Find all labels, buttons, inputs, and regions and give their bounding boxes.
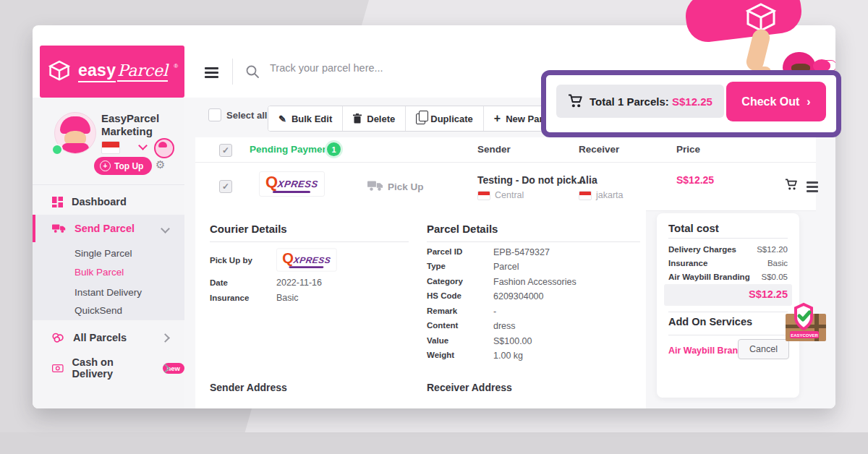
search-input[interactable] [268,61,488,74]
cart-icon [568,94,583,108]
bulk-edit-button[interactable]: ✎ Bulk Edit [268,106,342,131]
list-header: ✓ Pending Payment 1 Sender Receiver Pric… [195,137,816,163]
date-label: Date [210,278,276,287]
chevron-right-icon [161,333,170,343]
sidebar-item-instant-delivery[interactable]: Instant Delivery [33,283,184,301]
bulk-actions-toolbar: ✎ Bulk Edit Delete Duplicate + New Parce… [268,106,567,132]
support-mascot-icon[interactable] [154,138,174,158]
qxpress-courier-logo: QXPRESS [276,248,337,271]
column-header-receiver: Receiver [579,144,619,155]
insurance-label: Insurance [210,294,276,302]
truck-icon [52,223,66,234]
topbar-divider [232,59,233,85]
parcel-detail-panel: Courier Details Pick Up by QXPRESS Date … [195,210,646,408]
sidebar-item-bulk-parcel[interactable]: Bulk Parcel [33,262,184,281]
row-checkbox[interactable]: ✓ [219,180,232,193]
sidebar-item-all-parcels[interactable]: All Parcels [33,325,184,351]
sender-address-title: Sender Address [210,382,287,393]
indonesia-flag-icon [579,191,592,200]
total-cost-title: Total cost [668,222,719,234]
cart-summary-amount: S$12.25 [672,95,712,108]
add-on-services-title: Add On Services [668,316,752,327]
top-up-button[interactable]: + Top Up [94,157,152,175]
courier-details-section: Courier Details Pick Up by QXPRESS Date … [210,223,409,303]
duplicate-button[interactable]: Duplicate [405,106,483,131]
parcel-row[interactable]: ✓ QXPRESS Pick Up Testing - Do not pick.… [195,163,816,211]
receiver-name: Alia [579,174,597,186]
status-pending-payment[interactable]: Pending Payment [250,144,331,155]
check-out-button[interactable]: Check Out› [726,82,826,121]
profile-chevron-down-icon[interactable] [138,141,148,150]
sidebar-item-dashboard[interactable]: Dashboard [33,189,184,215]
checkout-highlight-box: Total 1 Parcels: S$12.25 Check Out› [541,70,841,137]
insurance-value: Basic [276,293,299,303]
coins-icon [52,333,64,343]
trash-icon [353,113,362,124]
online-status-dot [51,144,63,155]
parcel-details-title: Parcel Details [427,223,640,235]
delete-button[interactable]: Delete [342,106,405,131]
select-all-label: Select all [226,110,267,121]
banknote-icon [52,364,64,373]
pending-count-badge: 1 [327,142,341,156]
arrow-right-icon: › [807,95,810,108]
row-price: S$12.25 [676,174,714,186]
column-header-sender: Sender [477,144,511,155]
plus-icon: + [494,112,501,125]
cart-summary-text: Total 1 Parcels: S$12.25 [590,95,712,108]
cart-icon[interactable] [785,179,798,194]
receiver-area: jakarta [579,190,624,200]
pickup-label: Pick Up [388,181,424,192]
cube-logo-icon [46,59,72,84]
courier-details-title: Courier Details [210,223,409,235]
pencil-icon: ✎ [278,113,286,124]
sidebar: EasyParcelMarketing + Top Up ⚙ Dashboard… [33,98,184,408]
content-area: Select all ✎ Bulk Edit Delete Duplicate … [184,98,835,408]
date-value: 2022-11-16 [276,278,322,288]
logo-text-parcel: Parcel [117,61,168,82]
cart-summary: Total 1 Parcels: S$12.25 [556,85,724,118]
easyparcel-logo[interactable]: easy Parcel ® [40,46,184,98]
pickup-truck-icon [367,180,383,194]
row-menu-icon[interactable] [807,181,818,192]
receiver-address-title: Receiver Address [427,382,512,393]
gear-icon[interactable]: ⚙ [156,158,165,171]
sidebar-item-send-parcel[interactable]: Send Parcel [33,215,184,241]
sidebar-item-cash-on-delivery[interactable]: Cash on Delivery new [33,355,184,381]
total-cost-panel: Total cost Delivery Charges S$12.20 Insu… [657,213,799,398]
select-all-checkbox[interactable] [208,108,221,121]
logo-registered-mark: ® [174,63,178,69]
qxpress-courier-logo: QXPRESS [259,171,325,197]
search-icon [245,64,260,82]
svg-text:EASYCOVER: EASYCOVER [791,333,818,338]
duplicate-icon [416,113,425,124]
easycover-badge: EASYCOVER [781,302,829,347]
singapore-flag-icon [477,191,490,200]
chevron-down-icon [161,224,170,234]
menu-toggle-icon[interactable] [205,67,218,78]
sender-area: Central [477,190,524,200]
logo-text-easy: easy [78,61,116,82]
plus-icon: + [100,160,111,171]
pickup-by-label: Pick Up by [210,256,276,265]
sidebar-item-quicksend[interactable]: QuickSend [33,301,184,320]
parcel-details-section: Parcel Details Parcel IDEPB-5479327 Type… [427,223,640,361]
background-bottom-band [0,432,868,454]
sidebar-item-single-parcel[interactable]: Single Parcel [33,244,184,262]
sender-name: Testing - Do not pick... [477,174,585,186]
column-header-price: Price [676,144,700,155]
parcel-list: ✓ Pending Payment 1 Sender Receiver Pric… [195,137,816,210]
header-checkbox[interactable]: ✓ [219,144,232,157]
singapore-flag-icon [101,141,120,154]
total-amount: S$12.25 [749,288,788,300]
profile-name: EasyParcelMarketing [101,112,159,138]
sidebar-divider [33,184,184,185]
dashboard-grid-icon [52,197,63,207]
